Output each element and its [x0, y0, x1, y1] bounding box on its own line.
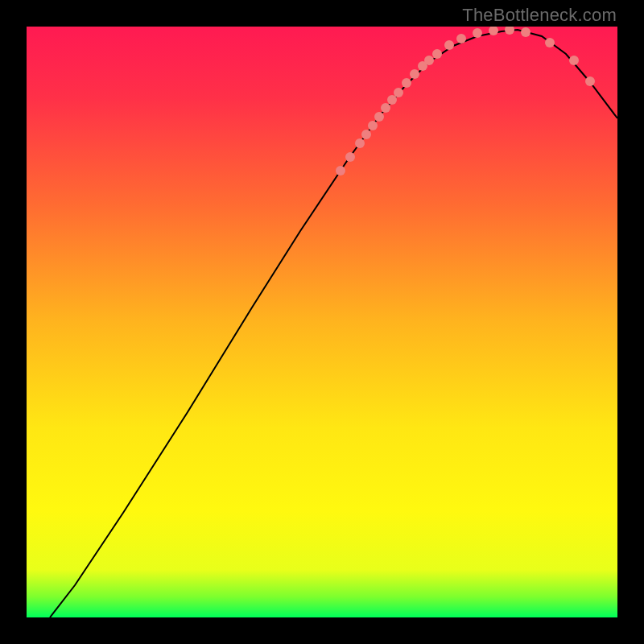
bottleneck-curve: [50, 30, 617, 617]
scatter-point: [585, 76, 595, 86]
watermark-text: TheBottleneck.com: [462, 5, 617, 26]
scatter-points: [336, 27, 595, 175]
chart-svg: [27, 27, 617, 617]
scatter-point: [394, 88, 403, 97]
scatter-point: [345, 152, 355, 162]
scatter-point: [387, 95, 397, 105]
scatter-point: [424, 56, 434, 65]
scatter-point: [355, 138, 365, 148]
scatter-point: [410, 69, 419, 79]
scatter-point: [402, 78, 411, 88]
scatter-point: [381, 103, 390, 113]
scatter-point: [569, 56, 579, 65]
scatter-point: [505, 27, 514, 35]
scatter-point: [361, 130, 371, 139]
scatter-point: [374, 112, 384, 122]
scatter-point: [456, 34, 466, 43]
scatter-point: [473, 28, 482, 38]
scatter-point: [432, 49, 442, 59]
scatter-point: [545, 38, 555, 47]
chart-canvas: [27, 27, 617, 617]
scatter-point: [336, 166, 345, 175]
scatter-point: [444, 40, 454, 50]
scatter-point: [368, 121, 378, 130]
scatter-point: [521, 27, 530, 37]
